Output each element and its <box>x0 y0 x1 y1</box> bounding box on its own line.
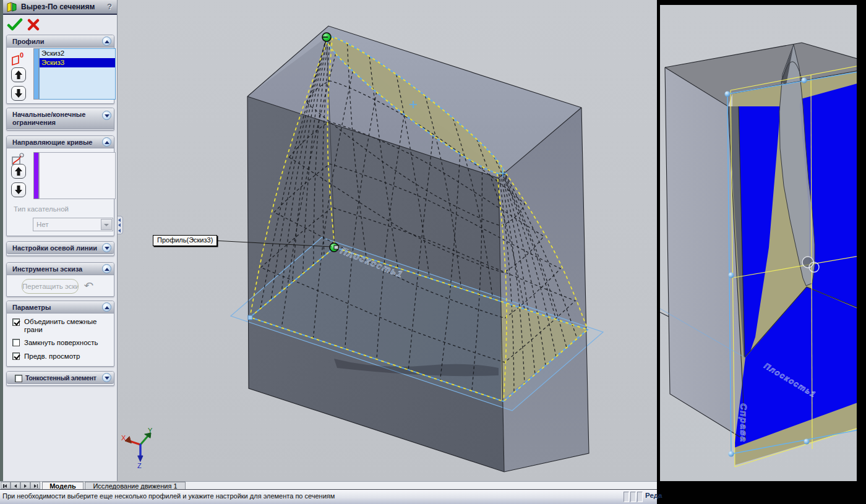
status-bar: При необходимости выберите еще несколько… <box>0 489 657 504</box>
move-down-button[interactable] <box>11 86 26 101</box>
ghost-right-plane-label: Справа <box>739 403 749 443</box>
cancel-button[interactable] <box>27 17 40 32</box>
status-pane <box>624 492 629 502</box>
status-message: При необходимости выберите еще несколько… <box>2 492 335 500</box>
list-item-selected[interactable]: Эскиз3 <box>40 58 115 67</box>
checkbox-preview[interactable] <box>12 352 20 360</box>
secondary-viewport[interactable]: Плоскость1 Справа <box>660 5 857 481</box>
profile-callout[interactable]: Профиль(Эскиз3) <box>153 235 217 246</box>
collapse-icon[interactable] <box>102 36 111 46</box>
solidworks-app: Плоскость1 X Y Z Профиль(Эскиз3) <box>0 0 866 504</box>
status-edit-mode: Реда <box>645 492 662 499</box>
drag-sketch-button[interactable]: Перетащить эски <box>22 279 79 294</box>
checkbox-merge-faces[interactable] <box>12 318 20 326</box>
document-tabs-row: Модель Исследование движения 1 <box>0 481 657 489</box>
group-thin-feature: Тонкостенный элемент <box>6 371 114 386</box>
checkbox-thin-feature[interactable] <box>15 375 22 382</box>
group-profiles: Профили 0 Эскиз2 Эскиз3 <box>6 35 114 104</box>
collapse-icon[interactable] <box>102 302 111 312</box>
collapse-icon[interactable] <box>102 264 111 273</box>
list-item[interactable]: Эскиз2 <box>40 49 115 58</box>
main-viewport[interactable]: Плоскость1 X Y Z Профиль(Эскиз3) <box>118 0 657 481</box>
reference-triad: X Y Z <box>121 427 153 469</box>
loft-handle-bottom[interactable] <box>330 243 338 252</box>
help-icon[interactable]: ? <box>107 2 112 11</box>
profiles-icon: 0 <box>10 51 26 67</box>
loft-cut-icon <box>6 2 18 12</box>
status-pane <box>630 492 636 502</box>
first-tab-button[interactable] <box>1 482 11 489</box>
group-centerline-header[interactable]: Настройки осевой линии <box>7 242 114 254</box>
move-up-button[interactable] <box>11 67 26 82</box>
prev-tab-button[interactable] <box>11 482 20 489</box>
expand-icon[interactable] <box>102 243 111 252</box>
group-thin-feature-header[interactable]: Тонкостенный элемент <box>7 372 114 384</box>
group-profiles-header[interactable]: Профили <box>7 35 114 48</box>
checkbox-close-surface[interactable] <box>12 339 20 346</box>
profiles-list[interactable]: Эскиз2 Эскиз3 <box>39 48 116 100</box>
status-pane <box>637 492 643 502</box>
next-tab-button[interactable] <box>20 482 30 489</box>
group-centerline: Настройки осевой линии <box>6 241 114 256</box>
property-manager-titlebar: Вырез-По сечениям ? <box>3 0 117 15</box>
profiles-selection-strip <box>33 48 39 100</box>
tangent-type-label: Тип касательной <box>14 205 69 213</box>
group-parameters-header[interactable]: Параметры <box>7 301 114 314</box>
expand-icon[interactable] <box>102 373 111 382</box>
property-manager: Вырез-По сечениям ? Профили 0 Эскиз2 <box>0 0 118 481</box>
ok-button[interactable] <box>7 17 23 32</box>
group-sketch-tools: Инструменты эскиза Перетащить эски ↶ <box>6 262 114 297</box>
group-start-end-header[interactable]: Начальные/конечные ограничения <box>7 108 114 129</box>
group-parameters: Параметры Объединить смежные грани Замкн… <box>6 301 114 367</box>
svg-text:X: X <box>121 434 126 442</box>
group-guide-curves: Направляющие кривые Тип касательной Нет <box>6 135 114 236</box>
group-start-end: Начальные/конечные ограничения <box>6 108 114 130</box>
guide-curves-selection-strip <box>33 152 39 199</box>
svg-text:Z: Z <box>137 462 142 469</box>
panel-title: Вырез-По сечениям <box>21 2 95 11</box>
undo-icon[interactable]: ↶ <box>84 280 93 291</box>
tangent-type-combo[interactable]: Нет <box>33 218 113 231</box>
expand-icon[interactable] <box>102 111 111 120</box>
group-guide-curves-header[interactable]: Направляющие кривые <box>7 136 114 148</box>
combo-dropdown-icon[interactable] <box>101 219 112 230</box>
move-down-button[interactable] <box>11 182 26 197</box>
profiles-icon-badge: 0 <box>20 51 24 59</box>
svg-text:Y: Y <box>148 427 153 434</box>
collapse-icon[interactable] <box>102 137 111 147</box>
last-tab-button[interactable] <box>30 482 40 489</box>
move-up-button[interactable] <box>11 164 26 179</box>
group-sketch-tools-header[interactable]: Инструменты эскиза <box>7 263 114 275</box>
panel-splitter-handle[interactable] <box>118 216 123 234</box>
loft-handle-top[interactable] <box>322 33 331 41</box>
secondary-window: Плоскость1 Справа <box>657 0 866 504</box>
guide-curves-list[interactable] <box>39 152 116 199</box>
tab-nav-buttons <box>1 482 40 489</box>
